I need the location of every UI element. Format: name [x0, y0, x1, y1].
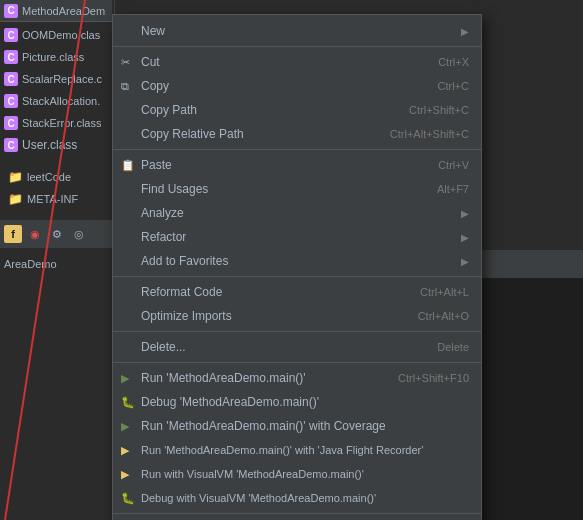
cut-icon: ✂	[121, 56, 130, 69]
sidebar: C MethodAreaDem C OOMDemo.clas C Picture…	[0, 0, 115, 520]
menu-item-run[interactable]: ▶ Run 'MethodAreaDemo.main()' Ctrl+Shift…	[113, 366, 481, 390]
file-name-methodareademo: MethodAreaDem	[22, 5, 105, 17]
menu-item-copy-relative-path[interactable]: Copy Relative Path Ctrl+Alt+Shift+C	[113, 122, 481, 146]
menu-item-delete[interactable]: Delete... Delete	[113, 335, 481, 359]
copy-icon: ⧉	[121, 80, 129, 93]
sidebar-item-oomdemo[interactable]: C OOMDemo.clas	[0, 24, 114, 46]
menu-sep-5	[113, 362, 481, 363]
toolbar-btn-record[interactable]: ◉	[26, 225, 44, 243]
menu-item-run-coverage[interactable]: ▶ Run 'MethodAreaDemo.main()' with Cover…	[113, 414, 481, 438]
menu-item-run-jfr[interactable]: ▶ Run 'MethodAreaDemo.main()' with 'Java…	[113, 438, 481, 462]
file-icon: C	[4, 94, 18, 108]
menu-item-add-to-favorites[interactable]: Add to Favorites ▶	[113, 249, 481, 273]
extra-items: 📁 leetCode 📁 META-INF	[0, 166, 114, 210]
menu-label-refactor: Refactor	[141, 230, 186, 244]
visualvm-run-icon: ▶	[121, 468, 129, 481]
sidebar-item-scalarreplace[interactable]: C ScalarReplace.c	[0, 68, 114, 90]
file-label: StackError.class	[22, 117, 101, 129]
toolbar-btn-f[interactable]: f	[4, 225, 22, 243]
menu-item-run-visualvm[interactable]: ▶ Run with VisualVM 'MethodAreaDemo.main…	[113, 462, 481, 486]
menu-shortcut-cut: Ctrl+X	[438, 56, 469, 68]
sidebar-item-userclass[interactable]: C User.class	[0, 134, 114, 156]
sidebar-toolbar: f ◉ ⚙ ◎	[0, 220, 115, 248]
menu-item-analyze[interactable]: Analyze ▶	[113, 201, 481, 225]
menu-label-cut: Cut	[141, 55, 160, 69]
menu-label-reformat: Reformat Code	[141, 285, 222, 299]
debug-icon: 🐛	[121, 396, 135, 409]
menu-sep-4	[113, 331, 481, 332]
menu-shortcut-copy: Ctrl+C	[438, 80, 469, 92]
menu-item-find-usages[interactable]: Find Usages Alt+F7	[113, 177, 481, 201]
sidebar-item-metainf[interactable]: 📁 META-INF	[4, 188, 110, 210]
menu-shortcut-reformat: Ctrl+Alt+L	[420, 286, 469, 298]
menu-item-debug[interactable]: 🐛 Debug 'MethodAreaDemo.main()'	[113, 390, 481, 414]
menu-shortcut-find-usages: Alt+F7	[437, 183, 469, 195]
folder-icon: 📁	[8, 192, 23, 206]
menu-shortcut-paste: Ctrl+V	[438, 159, 469, 171]
menu-label-find-usages: Find Usages	[141, 182, 208, 196]
run-icon: ▶	[121, 372, 129, 385]
menu-arrow-new: ▶	[461, 26, 469, 37]
menu-shortcut-run: Ctrl+Shift+F10	[398, 372, 469, 384]
paste-icon: 📋	[121, 159, 135, 172]
menu-label-run-jfr: Run 'MethodAreaDemo.main()' with 'Java F…	[141, 444, 423, 456]
menu-label-run-visualvm: Run with VisualVM 'MethodAreaDemo.main()…	[141, 468, 364, 480]
menu-item-copy-path[interactable]: Copy Path Ctrl+Shift+C	[113, 98, 481, 122]
file-icon-c: C	[4, 4, 18, 18]
menu-label-optimize: Optimize Imports	[141, 309, 232, 323]
toolbar-btn-settings[interactable]: ⚙	[48, 225, 66, 243]
menu-item-reformat[interactable]: Reformat Code Ctrl+Alt+L	[113, 280, 481, 304]
menu-label-new: New	[141, 24, 165, 38]
menu-arrow-analyze: ▶	[461, 208, 469, 219]
visualvm-debug-icon: 🐛	[121, 492, 135, 505]
folder-label: META-INF	[27, 193, 78, 205]
menu-item-debug-visualvm[interactable]: 🐛 Debug with VisualVM 'MethodAreaDemo.ma…	[113, 486, 481, 510]
file-icon: C	[4, 72, 18, 86]
sidebar-item-stackerror[interactable]: C StackError.class	[0, 112, 114, 134]
file-list: C OOMDemo.clas C Picture.class C ScalarR…	[0, 22, 114, 158]
menu-item-paste[interactable]: 📋 Paste Ctrl+V	[113, 153, 481, 177]
coverage-icon: ▶	[121, 420, 129, 433]
menu-shortcut-copy-relative: Ctrl+Alt+Shift+C	[390, 128, 469, 140]
toolbar-btn-layout[interactable]: ◎	[70, 225, 88, 243]
area-demo-label: AreaDemo	[4, 258, 57, 270]
menu-label-debug: Debug 'MethodAreaDemo.main()'	[141, 395, 319, 409]
menu-shortcut-delete: Delete	[437, 341, 469, 353]
menu-item-cut[interactable]: ✂ Cut Ctrl+X	[113, 50, 481, 74]
file-label: OOMDemo.clas	[22, 29, 100, 41]
menu-shortcut-optimize: Ctrl+Alt+O	[418, 310, 469, 322]
menu-label-paste: Paste	[141, 158, 172, 172]
jfr-icon: ▶	[121, 444, 129, 457]
file-icon: C	[4, 28, 18, 42]
menu-label-run: Run 'MethodAreaDemo.main()'	[141, 371, 306, 385]
menu-label-favorites: Add to Favorites	[141, 254, 228, 268]
menu-label-delete: Delete...	[141, 340, 186, 354]
file-label: StackAllocation.	[22, 95, 100, 107]
menu-item-optimize-imports[interactable]: Optimize Imports Ctrl+Alt+O	[113, 304, 481, 328]
file-icon: C	[4, 138, 18, 152]
menu-arrow-favorites: ▶	[461, 256, 469, 267]
menu-item-refactor[interactable]: Refactor ▶	[113, 225, 481, 249]
menu-item-copy[interactable]: ⧉ Copy Ctrl+C	[113, 74, 481, 98]
context-menu: New ▶ ✂ Cut Ctrl+X ⧉ Copy Ctrl+C Copy Pa…	[112, 14, 482, 520]
menu-sep-1	[113, 46, 481, 47]
menu-shortcut-copy-path: Ctrl+Shift+C	[409, 104, 469, 116]
file-label: ScalarReplace.c	[22, 73, 102, 85]
menu-label-copy-path: Copy Path	[141, 103, 197, 117]
folder-icon: 📁	[8, 170, 23, 184]
menu-label-copy-relative: Copy Relative Path	[141, 127, 244, 141]
file-label: Picture.class	[22, 51, 84, 63]
sidebar-item-leetcode[interactable]: 📁 leetCode	[4, 166, 110, 188]
menu-label-run-coverage: Run 'MethodAreaDemo.main()' with Coverag…	[141, 419, 386, 433]
sidebar-item-picture[interactable]: C Picture.class	[0, 46, 114, 68]
menu-sep-6	[113, 513, 481, 514]
menu-label-copy: Copy	[141, 79, 169, 93]
menu-sep-2	[113, 149, 481, 150]
file-label: User.class	[22, 138, 77, 152]
menu-label-debug-visualvm: Debug with VisualVM 'MethodAreaDemo.main…	[141, 492, 376, 504]
sidebar-item-methodareademo[interactable]: C MethodAreaDem	[0, 0, 112, 22]
menu-item-new[interactable]: New ▶	[113, 19, 481, 43]
file-icon: C	[4, 116, 18, 130]
sidebar-item-stackallocation[interactable]: C StackAllocation.	[0, 90, 114, 112]
menu-label-analyze: Analyze	[141, 206, 184, 220]
